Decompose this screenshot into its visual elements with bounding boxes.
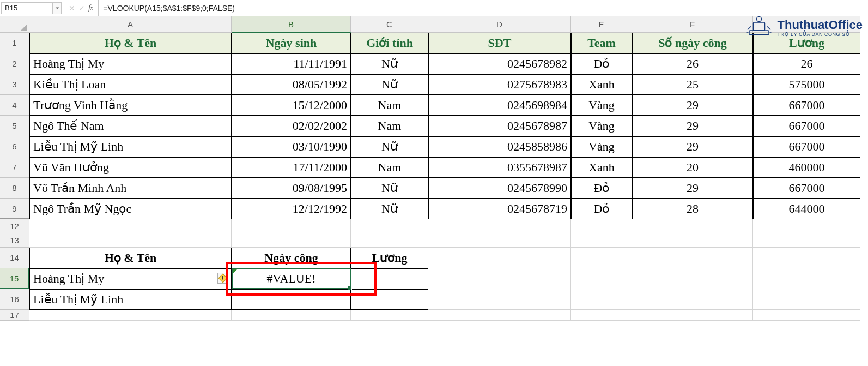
empty-cell[interactable] <box>428 233 571 248</box>
table-row[interactable]: 12/12/1992 <box>232 199 351 219</box>
table2-name[interactable]: Liễu Thị Mỹ Linh <box>29 289 232 310</box>
table-row[interactable]: 0245678987 <box>428 116 571 136</box>
header2-days[interactable]: Ngày công <box>232 248 351 268</box>
table-row[interactable]: 26 <box>632 53 753 74</box>
table-row[interactable]: 0245698984 <box>428 95 571 116</box>
row-header-9[interactable]: 9 <box>0 199 29 219</box>
header-dob[interactable]: Ngày sinh <box>232 33 351 53</box>
col-header-B[interactable]: B <box>232 16 351 33</box>
row-header-4[interactable]: 4 <box>0 95 29 116</box>
table-row[interactable]: 667000 <box>753 136 860 157</box>
table-row[interactable]: Vàng <box>571 95 632 116</box>
empty-cell[interactable] <box>632 219 753 233</box>
empty-cell[interactable] <box>753 289 860 310</box>
table-row[interactable]: Xanh <box>571 74 632 95</box>
empty-cell[interactable] <box>351 219 428 233</box>
empty-cell[interactable] <box>351 233 428 248</box>
empty-cell[interactable] <box>428 219 571 233</box>
header-days[interactable]: Số ngày công <box>632 33 753 53</box>
table-row[interactable]: 17/11/2000 <box>232 157 351 178</box>
table-row[interactable]: 28 <box>632 199 753 219</box>
empty-cell[interactable] <box>232 219 351 233</box>
table-row[interactable]: 29 <box>632 95 753 116</box>
table-row[interactable]: 667000 <box>753 178 860 199</box>
table-row[interactable]: Ngô Thế Nam <box>29 116 232 136</box>
row-header-14[interactable]: 14 <box>0 248 29 268</box>
empty-cell[interactable] <box>232 233 351 248</box>
table-row[interactable]: Đỏ <box>571 199 632 219</box>
table-row[interactable]: Vũ Văn Hưởng <box>29 157 232 178</box>
row-header-8[interactable]: 8 <box>0 178 29 199</box>
row-header-5[interactable]: 5 <box>0 116 29 136</box>
table-row[interactable]: 26 <box>753 53 860 74</box>
header2-salary[interactable]: Lương <box>351 248 428 268</box>
empty-cell[interactable] <box>29 233 232 248</box>
table2-salary[interactable] <box>351 268 428 289</box>
header-name[interactable]: Họ & Tên <box>29 33 232 53</box>
table-row[interactable]: 15/12/2000 <box>232 95 351 116</box>
table-row[interactable]: Hoàng Thị My <box>29 53 232 74</box>
error-smart-tag-icon[interactable] <box>217 273 228 284</box>
empty-cell[interactable] <box>571 233 632 248</box>
row-header-16[interactable]: 16 <box>0 289 29 310</box>
table-row[interactable]: 667000 <box>753 116 860 136</box>
table-row[interactable]: Nam <box>351 157 428 178</box>
empty-cell[interactable] <box>753 268 860 289</box>
table-row[interactable]: 0245858986 <box>428 136 571 157</box>
table-row[interactable]: 02/02/2002 <box>232 116 351 136</box>
table2-salary[interactable] <box>351 289 428 310</box>
row-header-12[interactable]: 12 <box>0 219 29 233</box>
empty-cell[interactable] <box>571 310 632 321</box>
table-row[interactable]: Võ Trần Minh Anh <box>29 178 232 199</box>
table-row[interactable]: Nữ <box>351 74 428 95</box>
empty-cell[interactable] <box>571 289 632 310</box>
row-header-1[interactable]: 1 <box>0 33 29 53</box>
table-row[interactable]: 29 <box>632 136 753 157</box>
select-all-corner[interactable] <box>0 16 29 33</box>
empty-cell[interactable] <box>29 219 232 233</box>
table-row[interactable]: 0245678990 <box>428 178 571 199</box>
empty-cell[interactable] <box>428 289 571 310</box>
empty-cell[interactable] <box>632 248 753 268</box>
table-row[interactable]: 11/11/1991 <box>232 53 351 74</box>
empty-cell[interactable] <box>753 233 860 248</box>
empty-cell[interactable] <box>753 248 860 268</box>
table-row[interactable]: 29 <box>632 116 753 136</box>
table-row[interactable]: Nam <box>351 95 428 116</box>
table-row[interactable]: Vàng <box>571 136 632 157</box>
fx-icon[interactable]: fx <box>88 4 93 13</box>
row-header-13[interactable]: 13 <box>0 233 29 248</box>
table-row[interactable]: 08/05/1992 <box>232 74 351 95</box>
table-row[interactable]: 0275678983 <box>428 74 571 95</box>
table2-name[interactable]: Hoàng Thị My <box>29 268 232 289</box>
header-gender[interactable]: Giới tính <box>351 33 428 53</box>
table-row[interactable]: Xanh <box>571 157 632 178</box>
name-box[interactable] <box>1 2 53 14</box>
empty-cell[interactable] <box>428 248 571 268</box>
empty-cell[interactable] <box>632 310 753 321</box>
col-header-C[interactable]: C <box>351 16 428 33</box>
table-row[interactable]: Đỏ <box>571 53 632 74</box>
row-header-7[interactable]: 7 <box>0 157 29 178</box>
table-row[interactable]: 20 <box>632 157 753 178</box>
table-row[interactable]: 644000 <box>753 199 860 219</box>
table-row[interactable]: 667000 <box>753 95 860 116</box>
col-header-D[interactable]: D <box>428 16 571 33</box>
table-row[interactable]: Nữ <box>351 199 428 219</box>
table-row[interactable]: Đỏ <box>571 178 632 199</box>
table-row[interactable]: 03/10/1990 <box>232 136 351 157</box>
table-row[interactable]: 575000 <box>753 74 860 95</box>
col-header-F[interactable]: F <box>632 16 753 33</box>
table-row[interactable]: 0245678982 <box>428 53 571 74</box>
table-row[interactable]: Kiều Thị Loan <box>29 74 232 95</box>
table-row[interactable]: 25 <box>632 74 753 95</box>
header-team[interactable]: Team <box>571 33 632 53</box>
empty-cell[interactable] <box>232 310 351 321</box>
table-row[interactable]: 460000 <box>753 157 860 178</box>
col-header-E[interactable]: E <box>571 16 632 33</box>
header2-name[interactable]: Họ & Tên <box>29 248 232 268</box>
row-header-2[interactable]: 2 <box>0 53 29 74</box>
col-header-A[interactable]: A <box>29 16 232 33</box>
table-row[interactable]: Nam <box>351 116 428 136</box>
empty-cell[interactable] <box>632 233 753 248</box>
